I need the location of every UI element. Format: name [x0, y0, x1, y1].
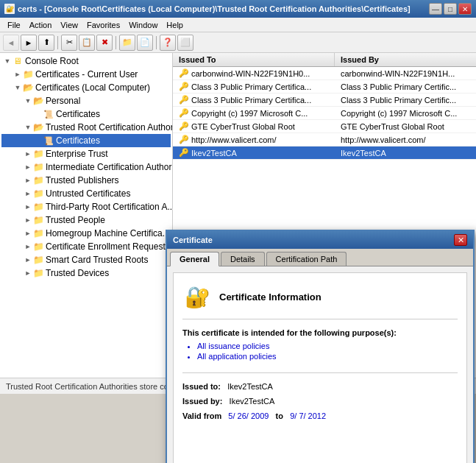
toggle-certs-current-user[interactable]: ► — [13, 70, 22, 79]
tree-item-console-root[interactable]: ▼ 🖥 Console Root — [1, 54, 171, 68]
cert-valid-from-label: Valid from — [182, 411, 221, 420]
toggle-trusted-publishers[interactable]: ► — [24, 176, 32, 185]
list-item[interactable]: 🔑 http://www.valicert.com/ http://www.va… — [173, 133, 476, 146]
maximize-button[interactable]: □ — [444, 3, 457, 15]
cert-bullet-1: All application policies — [197, 352, 458, 361]
folder-icon-trusted-devices: 📁 — [32, 268, 44, 278]
toggle-trusted-people[interactable]: ► — [24, 216, 32, 225]
folder-icon-trusted-root: 📂 — [32, 122, 44, 132]
app-icon: 🔐 — [4, 4, 15, 14]
tree-item-trusted-root-certs[interactable]: ▶ 📜 Certificates — [1, 134, 171, 147]
toggle-untrusted-certs[interactable]: ► — [24, 189, 32, 198]
help-button[interactable]: ❓ — [160, 35, 176, 51]
tab-general[interactable]: General — [170, 252, 219, 266]
cell-issued-to-6: 🔑 Ikev2TestCA — [173, 147, 335, 158]
cell-issued-to-2: 🔑 Class 3 Public Primary Certifica... — [173, 94, 335, 105]
toggle-console-root[interactable]: ▼ — [3, 57, 12, 66]
tree-item-certs-local-computer[interactable]: ▼ 📂 Certificates (Local Computer) — [1, 81, 171, 94]
cert-row-icon-3: 🔑 — [179, 108, 189, 118]
list-item[interactable]: 🔑 Copyright (c) 1997 Microsoft C... Copy… — [173, 107, 476, 120]
tab-certification-path[interactable]: Certification Path — [266, 252, 347, 266]
tree-item-trusted-root[interactable]: ▼ 📂 Trusted Root Certification Authoriti… — [1, 121, 171, 134]
folder-icon-trusted-people: 📁 — [32, 215, 44, 225]
folder-icon-cert-enrollment: 📁 — [32, 241, 44, 252]
close-button[interactable]: ✕ — [458, 3, 472, 15]
toggle-trusted-root[interactable]: ▼ — [24, 123, 32, 132]
cut-button[interactable]: ✂ — [61, 35, 77, 51]
toggle-homegroup-machine[interactable]: ► — [24, 229, 32, 238]
tree-label-personal-certs: Certificates — [56, 109, 100, 119]
tree-item-enterprise-trust[interactable]: ► 📁 Enterprise Trust — [1, 147, 171, 160]
dialog-title-bar: Certificate ✕ — [167, 231, 473, 249]
cert-valid-from-value: 5/ 26/ 2009 — [228, 411, 269, 420]
toggle-personal[interactable]: ▼ — [24, 96, 32, 105]
toggle-enterprise-trust[interactable]: ► — [24, 149, 32, 158]
toggle-cert-enrollment[interactable]: ► — [24, 242, 32, 251]
tree-item-personal[interactable]: ▼ 📂 Personal — [1, 94, 171, 107]
cert-issued-to-value: Ikev2TestCA — [227, 382, 273, 391]
tree-item-certs-current-user[interactable]: ► 📁 Certificates - Current User — [1, 68, 171, 81]
delete-button[interactable]: ✖ — [96, 35, 113, 51]
copy-button[interactable]: 📋 — [79, 35, 95, 51]
cert-row-icon-6: 🔑 — [179, 148, 189, 158]
tree-label-enterprise-trust: Enterprise Trust — [46, 149, 108, 159]
certificate-dialog: Certificate ✕ General Details Certificat… — [166, 230, 475, 463]
cert-issued-by-label: Issued by: — [182, 397, 222, 406]
menu-view[interactable]: View — [56, 20, 82, 30]
tree-label-certs-local-computer: Certificates (Local Computer) — [35, 82, 150, 93]
list-item[interactable]: 🔑 Ikev2TestCA Ikev2TestCA — [173, 146, 476, 160]
menu-action[interactable]: Action — [25, 20, 57, 30]
folder-icon-third-party-root: 📁 — [32, 202, 44, 212]
list-item[interactable]: 🔑 carbonwind-WIN-N22F19N1H0... carbonwin… — [173, 67, 476, 80]
cell-issued-by-2: Class 3 Public Primary Certific... — [335, 95, 462, 105]
cert-issued-to-field: Issued to: Ikev2TestCA — [182, 382, 458, 391]
tree-label-personal: Personal — [46, 96, 80, 106]
forward-button[interactable]: ► — [21, 35, 37, 51]
extra-button[interactable]: ⬜ — [177, 35, 193, 51]
tree-label-trusted-root-certs: Certificates — [56, 135, 100, 146]
list-item[interactable]: 🔑 Class 3 Public Primary Certifica... Cl… — [173, 80, 476, 93]
toggle-smart-card[interactable]: ► — [24, 255, 32, 264]
tab-details[interactable]: Details — [221, 252, 265, 266]
tree-item-trusted-devices[interactable]: ► 📁 Trusted Devices — [1, 266, 171, 280]
menu-help[interactable]: Help — [162, 20, 188, 30]
tree-label-third-party-root: Third-Party Root Certification A... — [46, 202, 173, 212]
up-button[interactable]: ⬆ — [38, 35, 54, 51]
tree-item-trusted-people[interactable]: ► 📁 Trusted People — [1, 213, 171, 227]
folder-button[interactable]: 📁 — [119, 35, 135, 51]
list-item[interactable]: 🔑 GTE CyberTrust Global Root GTE CyberTr… — [173, 120, 476, 133]
cert-issued-by-value: Ikev2TestCA — [230, 397, 275, 406]
tab-bar: General Details Certification Path — [167, 249, 473, 266]
folder-icon-enterprise-trust: 📁 — [32, 149, 44, 159]
col-header-issued-to[interactable]: Issued To — [173, 53, 335, 66]
tree-item-intermediate-ca[interactable]: ► 📁 Intermediate Certification Authoriti… — [1, 160, 171, 174]
list-item[interactable]: 🔑 Class 3 Public Primary Certifica... Cl… — [173, 93, 476, 107]
dialog-close-button[interactable]: ✕ — [454, 234, 467, 246]
tree-item-smart-card[interactable]: ► 📁 Smart Card Trusted Roots — [1, 253, 171, 266]
toggle-trusted-devices[interactable]: ► — [24, 269, 32, 278]
cell-issued-by-0: carbonwind-WIN-N22F19N1H... — [335, 68, 461, 79]
back-button[interactable]: ◄ — [3, 35, 19, 51]
cell-issued-to-3: 🔑 Copyright (c) 1997 Microsoft C... — [173, 107, 335, 119]
folder-icon-smart-card: 📁 — [32, 255, 44, 265]
tree-label-certs-current-user: Certificates - Current User — [35, 69, 138, 79]
minimize-button[interactable]: — — [429, 3, 442, 15]
toggle-intermediate-ca[interactable]: ► — [24, 163, 32, 172]
menu-window[interactable]: Window — [124, 20, 162, 30]
properties-button[interactable]: 📄 — [137, 35, 153, 51]
toggle-certs-local-computer[interactable]: ▼ — [13, 83, 22, 92]
tree-item-third-party-root[interactable]: ► 📁 Third-Party Root Certification A... — [1, 200, 171, 213]
tree-label-trusted-root: Trusted Root Certification Authorities — [46, 122, 173, 132]
tree-item-untrusted-certs[interactable]: ► 📁 Untrusted Certificates — [1, 187, 171, 200]
list-header: Issued To Issued By — [173, 53, 476, 67]
tree-label-trusted-people: Trusted People — [46, 215, 105, 225]
cell-issued-to-5: 🔑 http://www.valicert.com/ — [173, 134, 335, 145]
col-header-issued-by[interactable]: Issued By — [335, 53, 476, 66]
menu-favorites[interactable]: Favorites — [82, 20, 124, 30]
tree-item-trusted-publishers[interactable]: ► 📁 Trusted Publishers — [1, 174, 171, 187]
menu-file[interactable]: File — [3, 20, 25, 30]
tree-item-cert-enrollment[interactable]: ► 📁 Certificate Enrollment Requests... — [1, 240, 171, 253]
tree-item-homegroup-machine[interactable]: ► 📁 Homegroup Machine Certifica... — [1, 227, 171, 240]
tree-item-personal-certs[interactable]: ▶ 📜 Certificates — [1, 107, 171, 121]
toggle-third-party-root[interactable]: ► — [24, 202, 32, 211]
